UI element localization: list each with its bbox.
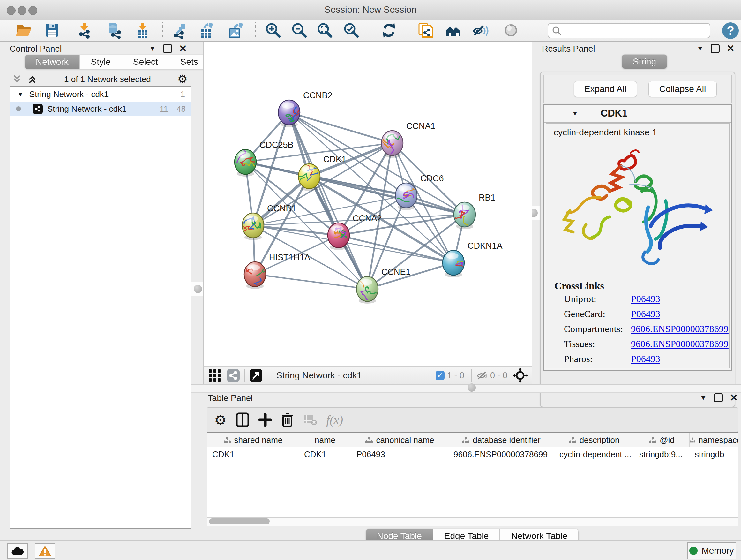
crosslink-link[interactable]: P06493: [631, 294, 660, 304]
expand-all-button[interactable]: Expand All: [574, 81, 637, 97]
network-node-rb1[interactable]: [454, 202, 475, 232]
table-cell[interactable]: 9606.ENSP00000378699: [448, 447, 554, 461]
panel-close-icon[interactable]: ✕: [730, 394, 738, 401]
network-options-gear-icon[interactable]: ⚙: [178, 72, 188, 86]
crosslink-link[interactable]: P06493: [631, 308, 660, 319]
table-horizontal-scrollbar[interactable]: [207, 517, 738, 526]
scrollbar-thumb[interactable]: [209, 518, 270, 524]
crosslink-link[interactable]: P06493: [631, 354, 660, 364]
zoom-out-button[interactable]: [291, 22, 308, 39]
import-network-file-button[interactable]: [76, 22, 93, 39]
open-session-button[interactable]: [15, 22, 32, 39]
panel-float-icon[interactable]: [163, 44, 172, 53]
table-cell[interactable]: CDK1: [207, 447, 299, 461]
network-edge[interactable]: [289, 112, 367, 289]
warnings-button[interactable]: [35, 543, 55, 559]
network-node-ccnb2[interactable]: [278, 100, 301, 127]
network-node-ccna2[interactable]: [328, 223, 349, 250]
tab-style[interactable]: Style: [80, 55, 122, 69]
save-session-button[interactable]: [44, 22, 61, 39]
panel-float-icon[interactable]: [714, 393, 723, 402]
string-protein-query-button[interactable]: [416, 22, 434, 39]
network-node-cdkn1a[interactable]: [443, 250, 481, 277]
column-header--id[interactable]: @id: [634, 433, 690, 447]
network-collection-row[interactable]: ▼ String Network - cdk1 1: [10, 87, 191, 102]
export-table-button[interactable]: [198, 22, 215, 39]
network-edge[interactable]: [339, 235, 454, 263]
collapse-all-networks-icon[interactable]: [11, 74, 22, 84]
panel-collapse-icon[interactable]: ▼: [149, 44, 156, 53]
hide-unhide-labels-button[interactable]: [472, 22, 489, 39]
delete-column-trash-icon[interactable]: [281, 412, 293, 428]
zoom-selected-icon: [343, 22, 360, 39]
panel-collapse-icon[interactable]: ▼: [697, 44, 704, 53]
tab-network[interactable]: Network: [24, 55, 80, 69]
view-grid-icon[interactable]: [208, 369, 221, 382]
table-cell[interactable]: stringdb: [690, 447, 738, 461]
network-node-hist1h1a[interactable]: [244, 262, 273, 293]
network-edge[interactable]: [255, 274, 367, 289]
grayscale-view-button[interactable]: [502, 22, 520, 39]
network-edge[interactable]: [289, 112, 465, 214]
help-button[interactable]: ?: [722, 22, 739, 39]
panel-close-icon[interactable]: ✕: [727, 45, 735, 52]
table-settings-gear-icon[interactable]: ⚙: [214, 412, 226, 428]
gene-section-header[interactable]: ▼ CDK1: [544, 105, 731, 123]
zoom-in-button[interactable]: [265, 22, 282, 39]
hidden-eye-slash-icon[interactable]: [476, 371, 488, 380]
panel-float-icon[interactable]: [711, 44, 720, 53]
column-header-shared-name[interactable]: shared name: [207, 433, 299, 447]
column-header-database-identifier[interactable]: database identifier: [448, 433, 554, 447]
tab-string[interactable]: String: [622, 54, 667, 69]
network-node-ccne1[interactable]: [356, 273, 379, 304]
results-panel-title: Results Panel: [542, 44, 595, 54]
crosslink-row: Compartments:9606.ENSP00000378699: [564, 323, 623, 334]
expand-all-networks-icon[interactable]: [27, 74, 38, 84]
collapse-all-button[interactable]: Collapse All: [649, 81, 717, 97]
detach-view-icon[interactable]: [249, 369, 263, 382]
table-cell[interactable]: cyclin-dependent ...: [554, 447, 634, 461]
show-columns-icon[interactable]: [235, 412, 250, 428]
panel-collapse-icon[interactable]: ▼: [700, 394, 707, 402]
search-input[interactable]: [565, 24, 706, 37]
node-label-ccne1: CCNE1: [381, 267, 411, 277]
control-panel: Control Panel ▼ ✕ Network Style Select S…: [3, 42, 192, 530]
panel-close-icon[interactable]: ✕: [179, 45, 187, 52]
create-column-plus-icon[interactable]: [259, 413, 272, 427]
column-type-icon: [649, 436, 657, 444]
network-edge[interactable]: [289, 112, 392, 143]
tab-select[interactable]: Select: [122, 55, 169, 69]
table-cell[interactable]: P06493: [351, 447, 448, 461]
table-cell[interactable]: stringdb:9...: [634, 447, 690, 461]
import-network-database-button[interactable]: [105, 22, 122, 39]
cloud-button[interactable]: [7, 543, 28, 559]
export-network-button[interactable]: [172, 22, 189, 39]
string-home-button[interactable]: [444, 22, 461, 39]
table-cell[interactable]: CDK1: [299, 447, 351, 461]
import-table-button[interactable]: [134, 22, 151, 39]
collection-expander-icon[interactable]: ▼: [17, 91, 23, 98]
column-header-name[interactable]: name: [299, 433, 351, 447]
memory-button[interactable]: Memory: [687, 542, 736, 559]
zoom-selected-button[interactable]: [343, 22, 360, 39]
column-header-label: database identifier: [473, 435, 540, 445]
import-database-icon: [105, 22, 122, 39]
crosslink-link[interactable]: 9606.ENSP00000378699: [631, 338, 729, 349]
zoom-fit-button[interactable]: [316, 22, 333, 39]
network-node-ccnb1[interactable]: [238, 213, 264, 240]
network-canvas[interactable]: CCNB2CCNA1CDC25BCDK1CDC6RB1CCNB1CCNA2CDK…: [203, 42, 532, 366]
network-row-selected[interactable]: String Network - cdk1 11 48: [10, 102, 191, 116]
section-expander-icon[interactable]: ▼: [572, 110, 578, 117]
crosslink-link[interactable]: 9606.ENSP00000378699: [631, 323, 729, 334]
string-view-icon[interactable]: [226, 369, 240, 382]
export-image-button[interactable]: [227, 22, 244, 39]
network-row-label: String Network - cdk1: [47, 104, 127, 114]
table-row[interactable]: CDK1CDK1P064939606.ENSP00000378699cyclin…: [207, 447, 738, 461]
column-header-namespace[interactable]: namespace: [690, 433, 738, 447]
column-header-canonical-name[interactable]: canonical name: [351, 433, 448, 447]
refresh-button[interactable]: [381, 22, 398, 39]
search-field[interactable]: [548, 23, 711, 38]
column-header-description[interactable]: description: [554, 433, 634, 447]
selected-checkbox-icon[interactable]: ✓: [435, 371, 445, 380]
birds-eye-view-icon[interactable]: [513, 368, 528, 383]
